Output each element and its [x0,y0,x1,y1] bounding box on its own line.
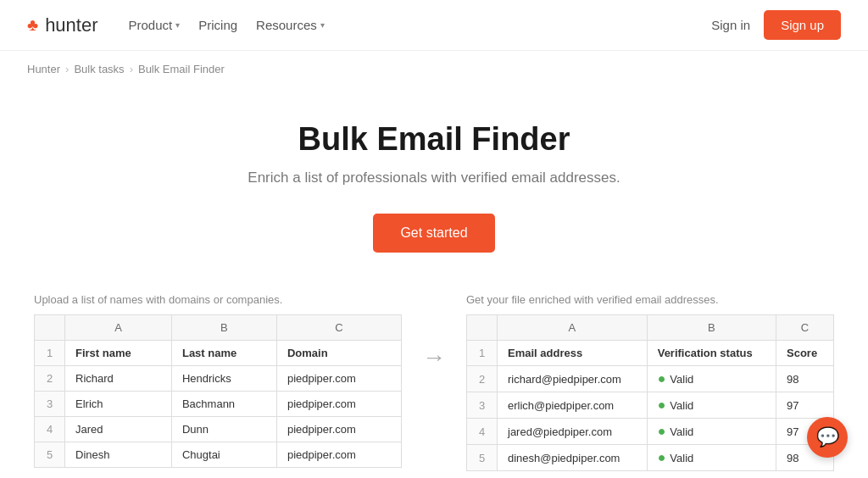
navbar: ♣ hunter Product ▾ Pricing Resources ▾ S… [0,0,868,51]
chat-icon: 💬 [816,426,839,448]
row-domain: piedpiper.com [276,442,401,468]
nav-left: ♣ hunter Product ▾ Pricing Resources ▾ [27,13,331,37]
valid-dot-icon: ● [658,424,666,438]
row-last: Bachmann [171,392,276,417]
row-email: jared@piedpiper.com [498,419,648,445]
table-row: 2 richard@piedpiper.com ●Valid 98 [467,366,834,392]
row-email: dinesh@piedpiper.com [498,445,648,471]
breadcrumb-current: Bulk Email Finder [138,63,225,75]
right-header-email: Email address [498,341,648,366]
row-num: 4 [35,417,65,442]
row-score: 97 [776,392,834,419]
chat-button[interactable]: 💬 [807,417,848,458]
sign-up-button[interactable]: Sign up [764,10,841,40]
nav-resources[interactable]: Resources ▾ [249,13,331,37]
row-num: 3 [467,392,498,419]
right-header-score: Score [776,341,834,366]
table-row: 4 jared@piedpiper.com ●Valid 97 [467,419,834,445]
left-table-caption: Upload a list of names with domains or c… [34,293,402,306]
left-header-first-name: First name [65,341,172,366]
page-title: Bulk Email Finder [17,121,851,158]
left-header-domain: Domain [276,341,401,366]
row-num: 2 [467,366,498,392]
hero-section: Bulk Email Finder Enrich a list of profe… [0,87,868,293]
hero-subtitle: Enrich a list of professionals with veri… [17,170,851,186]
row-num: 4 [467,419,498,445]
breadcrumb-sep-2: › [130,63,133,75]
table-row: 4 Jared Dunn piedpiper.com [35,417,402,442]
nav-pricing-label: Pricing [198,18,237,32]
right-col-c-header: C [776,315,834,341]
arrow-block: → [402,293,466,371]
row-domain: piedpiper.com [276,366,401,392]
left-table: A B C 1 First name Last name Domain 2 Ri… [34,314,402,468]
left-header-last-name: Last name [171,341,276,366]
right-table-block: Get your file enriched with verified ema… [466,293,834,471]
row-num: 3 [35,392,65,417]
row-domain: piedpiper.com [276,392,401,417]
nav-resources-label: Resources [256,18,317,32]
row-num: 5 [467,445,498,471]
logo[interactable]: ♣ hunter [27,14,98,36]
nav-product-label: Product [129,18,173,32]
left-header-row-num: 1 [35,341,65,366]
left-col-a-header: A [65,315,172,341]
left-table-block: Upload a list of names with domains or c… [34,293,402,468]
right-col-a-header: A [498,315,648,341]
logo-text: hunter [45,14,97,36]
row-first: Dinesh [65,442,172,468]
row-email: erlich@piedpiper.com [498,392,648,419]
row-first: Richard [65,366,172,392]
get-started-button[interactable]: Get started [373,214,494,253]
tables-section: Upload a list of names with domains or c… [0,293,868,478]
row-domain: piedpiper.com [276,417,401,442]
right-header-row: 1 Email address Verification status Scor… [467,341,834,366]
row-last: Chugtai [171,442,276,468]
table-row: 3 Elrich Bachmann piedpiper.com [35,392,402,417]
valid-dot-icon: ● [658,371,666,386]
table-row: 5 dinesh@piedpiper.com ●Valid 98 [467,445,834,471]
row-last: Hendricks [171,366,276,392]
breadcrumb: Hunter › Bulk tasks › Bulk Email Finder [0,51,868,87]
breadcrumb-sep-1: › [65,63,69,75]
table-row: 2 Richard Hendricks piedpiper.com [35,366,402,392]
row-email: richard@piedpiper.com [498,366,648,392]
row-last: Dunn [171,417,276,442]
left-col-b-header: B [171,315,276,341]
row-first: Jared [65,417,172,442]
row-num: 2 [35,366,65,392]
right-header-row-num: 1 [467,341,498,366]
breadcrumb-home[interactable]: Hunter [27,63,60,75]
row-status: ●Valid [647,392,776,419]
right-table: A B C 1 Email address Verification statu… [466,314,834,471]
left-col-c-header: C [276,315,401,341]
logo-icon: ♣ [27,15,38,35]
row-first: Elrich [65,392,172,417]
right-col-b-header: B [647,315,776,341]
left-col-num-header [35,315,65,341]
nav-right: Sign in Sign up [711,10,841,40]
nav-product[interactable]: Product ▾ [122,13,187,37]
table-row: 3 erlich@piedpiper.com ●Valid 97 [467,392,834,419]
right-header-verification: Verification status [647,341,776,366]
valid-dot-icon: ● [658,450,666,464]
table-row: 5 Dinesh Chugtai piedpiper.com [35,442,402,468]
arrow-right-icon: → [422,344,446,371]
row-status: ●Valid [647,419,776,445]
valid-dot-icon: ● [658,397,666,412]
sign-in-link[interactable]: Sign in [711,18,750,32]
left-header-row: 1 First name Last name Domain [35,341,402,366]
right-col-num-header [467,315,498,341]
row-score: 98 [776,366,834,392]
chevron-down-icon-2: ▾ [320,20,325,30]
right-table-caption: Get your file enriched with verified ema… [466,293,834,306]
nav-links: Product ▾ Pricing Resources ▾ [122,13,331,37]
row-status: ●Valid [647,366,776,392]
breadcrumb-bulk-tasks[interactable]: Bulk tasks [74,63,124,75]
row-num: 5 [35,442,65,468]
nav-pricing[interactable]: Pricing [192,13,244,37]
chevron-down-icon: ▾ [175,20,180,30]
row-status: ●Valid [647,445,776,471]
